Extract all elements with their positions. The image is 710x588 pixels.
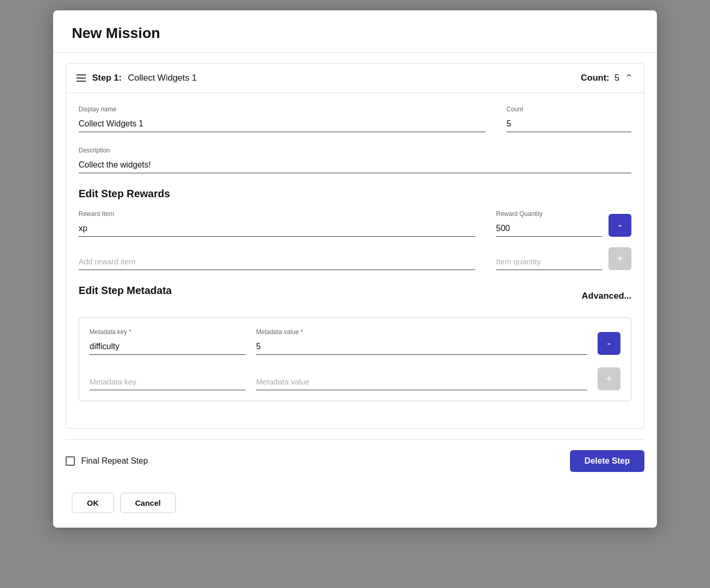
count-group: Count [506,106,631,132]
count-label: Count: [581,73,610,83]
reward-first-row: Reward Item Reward Quantity - [79,210,631,237]
action-bar: OK Cancel [53,482,657,528]
add-reward-group [79,254,475,270]
reward-minus-button[interactable]: - [608,214,631,237]
metadata-value2-group [256,374,587,390]
reward-quantity-input[interactable] [496,221,602,237]
step-name: Collect Widgets 1 [128,73,197,83]
ok-button[interactable]: OK [72,493,114,513]
metadata-section: Edit Step Metadata Advanced... Metadata … [79,285,631,401]
metadata-card: Metadata key * Metadata value * - [79,317,631,401]
display-name-group: Display name [79,106,486,132]
delete-step-button[interactable]: Delete Step [570,450,644,472]
metadata-row-2: + [90,367,620,390]
reward-item-label: Reward Item [79,210,475,218]
description-group: Description [79,147,631,173]
final-repeat-checkbox[interactable] [66,456,75,466]
metadata-key1-group: Metadata key * [90,328,246,355]
final-repeat-label: Final Repeat Step [81,456,148,466]
metadata-row-1: Metadata key * Metadata value * - [90,328,620,355]
step-header: Step 1: Collect Widgets 1 Count: 5 ⌃ [66,63,644,93]
count-value: 5 [615,73,619,83]
step-header-left: Step 1: Collect Widgets 1 [77,73,197,83]
metadata-key2-input[interactable] [90,374,246,390]
reward-second-row: + [79,247,631,270]
reward-item-input[interactable] [79,221,475,237]
metadata-value2-input[interactable] [256,374,587,390]
reward-quantity-group: Reward Quantity - [496,210,631,237]
item-quantity-group: + [496,247,631,270]
display-name-label: Display name [79,106,486,113]
reward-quantity-label: Reward Quantity [496,210,602,218]
description-row: Description [79,147,631,173]
count-field-label: Count [506,106,631,113]
hamburger-icon[interactable] [77,74,86,82]
description-label: Description [79,147,631,154]
step-body: Display name Count Description Edit Step… [66,93,644,428]
display-name-input[interactable] [79,116,486,132]
rewards-section: Edit Step Rewards Reward Item Reward Qua… [79,188,631,270]
chevron-up-icon[interactable]: ⌃ [625,72,633,84]
step-header-right: Count: 5 ⌃ [581,72,633,84]
metadata-heading: Edit Step Metadata [79,285,172,297]
metadata-value1-group: Metadata value * [256,328,587,355]
item-quantity-input[interactable] [496,254,602,270]
rewards-heading: Edit Step Rewards [79,188,631,200]
advanced-link[interactable]: Advanced... [582,291,631,301]
metadata-key2-group [90,374,246,390]
description-input[interactable] [79,157,631,173]
footer-left: Final Repeat Step [66,456,148,466]
metadata-section-header: Edit Step Metadata Advanced... [79,285,631,307]
reward-quantity-field-group: Reward Quantity [496,210,602,237]
item-quantity-field-group [496,254,602,270]
display-count-row: Display name Count [79,106,631,132]
footer-section: Final Repeat Step Delete Step [53,440,657,482]
metadata-minus-button[interactable]: - [598,332,620,355]
new-mission-modal: New Mission Step 1: Collect Widgets 1 Co… [53,10,657,528]
item-quantity-plus-button[interactable]: + [608,247,631,270]
count-field-input[interactable] [506,116,631,132]
reward-item-group: Reward Item [79,210,475,237]
metadata-key1-input[interactable] [90,339,246,355]
modal-title: New Mission [53,10,657,53]
step-label: Step 1: [92,73,122,83]
add-reward-input[interactable] [79,254,475,270]
metadata-key1-label: Metadata key * [90,328,246,336]
metadata-value1-label: Metadata value * [256,328,587,336]
cancel-button[interactable]: Cancel [120,493,176,513]
metadata-value1-input[interactable] [256,339,587,355]
step-section: Step 1: Collect Widgets 1 Count: 5 ⌃ Dis… [66,63,644,429]
metadata-plus-button[interactable]: + [598,367,620,390]
